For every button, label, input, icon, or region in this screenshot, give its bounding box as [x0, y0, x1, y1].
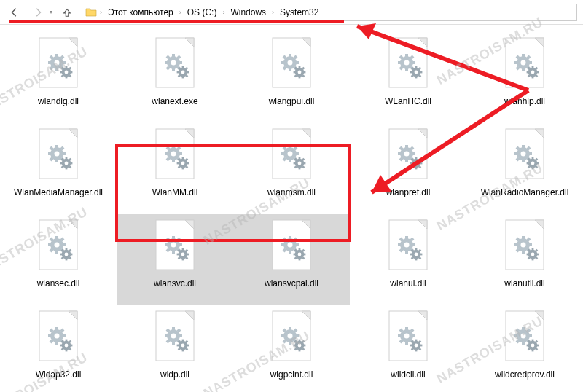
svg-line-328 [528, 257, 530, 259]
system-file-icon [268, 308, 315, 366]
file-label: wlanhlp.dll [504, 96, 545, 106]
file-item[interactable]: wlanpref.dll [350, 123, 466, 214]
svg-line-435 [528, 341, 530, 342]
system-file-icon [385, 308, 431, 366]
system-file-icon [501, 217, 548, 275]
system-file-icon [268, 126, 315, 184]
svg-line-318 [517, 249, 519, 251]
file-item[interactable]: WlanRadioManager.dll [466, 123, 583, 214]
svg-line-152 [179, 166, 180, 168]
file-item[interactable]: wlidcredprov.dll [466, 305, 583, 392]
file-item[interactable]: wlansvcpal.dll [233, 214, 350, 305]
breadcrumb-item[interactable]: Этот компьютер [105, 4, 176, 20]
chevron-right-icon[interactable]: › [98, 9, 103, 16]
system-file-icon [385, 35, 431, 93]
nav-forward-button[interactable] [29, 4, 47, 21]
svg-line-105 [528, 68, 530, 69]
file-item[interactable]: wlanext.exe [117, 32, 233, 123]
file-item[interactable]: wlgpclnt.dll [233, 305, 350, 392]
svg-line-273 [294, 238, 297, 240]
svg-point-407 [404, 334, 410, 339]
file-item[interactable]: wlansvc.dll [117, 214, 233, 305]
svg-line-161 [283, 147, 286, 149]
toolbar: ▾ › Этот компьютер › OS (C:) › Windows ›… [0, 0, 583, 25]
svg-line-186 [400, 158, 402, 160]
svg-point-21 [65, 71, 69, 74]
svg-point-429 [521, 334, 526, 339]
nav-back-button[interactable] [6, 4, 23, 21]
svg-point-395 [298, 344, 302, 348]
file-item[interactable]: wlansec.dll [0, 214, 117, 305]
svg-point-307 [415, 253, 418, 256]
svg-line-207 [528, 147, 530, 149]
file-item[interactable]: WlanMediaManager.dll [0, 123, 117, 214]
svg-point-11 [55, 60, 60, 66]
nav-history-dropdown[interactable]: ▾ [50, 9, 52, 15]
svg-point-241 [65, 253, 69, 256]
svg-line-117 [50, 147, 52, 149]
address-bar[interactable]: › Этот компьютер › OS (C:) › Windows › S… [82, 4, 577, 21]
svg-line-381 [283, 329, 286, 332]
svg-line-29 [167, 56, 169, 58]
file-item[interactable]: wlanui.dll [350, 214, 466, 305]
system-file-icon [501, 35, 548, 93]
file-item[interactable]: WLanHC.dll [350, 32, 466, 123]
svg-line-416 [412, 348, 413, 350]
chevron-right-icon[interactable]: › [178, 9, 183, 16]
file-item[interactable]: wlandlg.dll [0, 32, 117, 123]
svg-point-231 [55, 243, 60, 248]
system-file-icon [35, 35, 82, 93]
file-item[interactable]: wlanutil.dll [466, 214, 583, 305]
file-grid: wlandlg.dll wlanext.exe [0, 32, 583, 392]
svg-line-51 [283, 56, 286, 58]
file-item[interactable]: wlanmsm.dll [233, 123, 350, 214]
svg-line-392 [302, 348, 304, 350]
svg-line-119 [61, 147, 63, 149]
svg-line-61 [295, 68, 297, 69]
system-file-icon [35, 126, 82, 184]
svg-line-215 [528, 159, 530, 160]
svg-line-129 [69, 159, 71, 160]
svg-line-39 [179, 68, 180, 69]
file-label: wlanutil.dll [504, 278, 544, 289]
files-area: wlandlg.dll wlanext.exe [0, 25, 583, 392]
file-item[interactable]: wlangpui.dll [233, 32, 350, 123]
svg-line-405 [411, 329, 413, 332]
svg-line-31 [178, 56, 180, 58]
svg-line-230 [50, 249, 52, 251]
file-item[interactable]: WlanMM.dll [117, 123, 233, 214]
chevron-right-icon[interactable]: › [221, 9, 226, 16]
svg-line-151 [186, 159, 187, 160]
nav-up-button[interactable] [58, 4, 76, 21]
svg-point-43 [181, 71, 185, 74]
svg-line-303 [412, 250, 413, 251]
svg-line-393 [302, 341, 304, 342]
file-label: wlanui.dll [390, 278, 426, 289]
breadcrumb-item[interactable]: System32 [277, 4, 321, 20]
svg-line-437 [536, 341, 537, 342]
file-item[interactable]: wldp.dll [117, 305, 233, 392]
file-item[interactable]: Wldap32.dll [0, 305, 117, 392]
svg-point-197 [415, 162, 418, 165]
file-item[interactable]: wlanhlp.dll [466, 32, 583, 123]
svg-line-10 [50, 67, 52, 69]
svg-line-73 [400, 56, 402, 58]
breadcrumb-item[interactable]: Windows [227, 4, 269, 20]
svg-line-86 [412, 75, 413, 77]
svg-line-193 [412, 159, 413, 160]
svg-point-77 [404, 60, 410, 66]
folder-icon [85, 7, 97, 18]
svg-point-351 [65, 344, 69, 348]
svg-line-76 [400, 67, 402, 69]
svg-line-218 [528, 166, 530, 168]
svg-line-296 [400, 249, 402, 251]
chevron-right-icon[interactable]: › [270, 9, 275, 16]
svg-line-208 [517, 158, 519, 160]
svg-point-329 [531, 253, 535, 256]
svg-line-327 [536, 250, 537, 251]
file-label: wlansvc.dll [154, 278, 196, 289]
svg-line-127 [62, 159, 63, 160]
file-item[interactable]: wlidcli.dll [350, 305, 466, 392]
breadcrumb-item[interactable]: OS (C:) [184, 4, 220, 20]
svg-point-439 [531, 344, 535, 348]
